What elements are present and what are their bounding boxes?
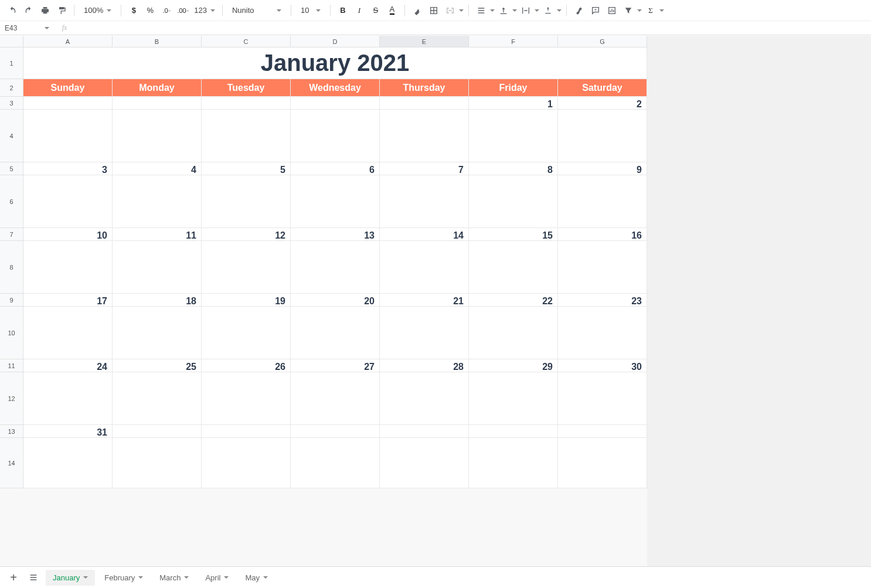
column-header[interactable]: E [380,36,469,47]
calendar-content-cell[interactable] [23,307,113,359]
sheet-tab[interactable]: March [152,570,196,586]
fill-color-icon[interactable] [410,3,425,18]
date-cell[interactable]: 26 [202,359,291,372]
calendar-content-cell[interactable] [469,307,558,359]
date-cell[interactable]: 21 [380,294,469,307]
calendar-content-cell[interactable] [380,307,469,359]
more-formats-dropdown[interactable]: 123 [192,3,217,18]
row-header[interactable]: 6 [0,175,23,228]
row-header[interactable]: 8 [0,241,23,294]
decrease-decimal-icon[interactable]: .0_ [159,3,174,18]
row-header[interactable]: 7 [0,228,23,241]
date-cell[interactable] [113,97,202,110]
italic-icon[interactable]: I [352,3,367,18]
calendar-content-cell[interactable] [23,372,113,425]
date-cell[interactable]: 10 [23,228,113,241]
column-header[interactable]: B [113,36,202,47]
calendar-content-cell[interactable] [23,241,113,294]
increase-decimal-icon[interactable]: .00_ [175,3,190,18]
filter-dropdown[interactable] [621,3,642,18]
insert-chart-icon[interactable] [604,3,620,18]
row-header[interactable]: 3 [0,97,23,110]
sheet-tab[interactable]: January [46,570,95,586]
row-header[interactable]: 1 [0,47,23,79]
date-cell[interactable]: 4 [113,162,202,175]
date-cell[interactable]: 5 [202,162,291,175]
day-header-cell[interactable]: Wednesday [291,79,380,97]
calendar-content-cell[interactable] [291,110,380,162]
insert-link-icon[interactable] [571,3,587,18]
date-cell[interactable]: 19 [202,294,291,307]
calendar-content-cell[interactable] [380,175,469,228]
text-color-icon[interactable]: A [385,3,400,18]
date-cell[interactable]: 30 [558,359,647,372]
date-cell[interactable] [469,425,558,438]
date-cell[interactable] [380,425,469,438]
redo-icon[interactable] [21,3,36,18]
calendar-content-cell[interactable] [23,110,113,162]
calendar-content-cell[interactable] [380,110,469,162]
day-header-cell[interactable]: Sunday [23,79,113,97]
calendar-content-cell[interactable] [380,241,469,294]
functions-dropdown[interactable]: Σ [643,3,664,18]
calendar-content-cell[interactable] [558,372,647,425]
merge-cells-dropdown[interactable] [443,3,464,18]
zoom-dropdown[interactable]: 100% [79,3,116,18]
column-header[interactable]: D [291,36,380,47]
column-header[interactable]: F [469,36,558,47]
calendar-title[interactable]: January 2021 [23,47,647,79]
row-header[interactable]: 5 [0,162,23,175]
calendar-content-cell[interactable] [23,175,113,228]
format-percent-icon[interactable]: % [142,3,158,18]
print-icon[interactable] [38,3,53,18]
column-header[interactable]: A [23,36,113,47]
row-header[interactable]: 13 [0,425,23,438]
date-cell[interactable]: 6 [291,162,380,175]
borders-icon[interactable] [426,3,441,18]
calendar-content-cell[interactable] [380,372,469,425]
calendar-content-cell[interactable] [558,241,647,294]
strikethrough-icon[interactable]: S [368,3,383,18]
calendar-content-cell[interactable] [23,438,113,488]
date-cell[interactable]: 31 [23,425,113,438]
calendar-content-cell[interactable] [291,241,380,294]
name-box[interactable]: E43 [0,24,53,32]
date-cell[interactable]: 23 [558,294,647,307]
date-cell[interactable] [23,97,113,110]
date-cell[interactable]: 12 [202,228,291,241]
date-cell[interactable] [202,97,291,110]
format-currency-icon[interactable]: $ [126,3,141,18]
sheet-tab[interactable]: May [238,570,275,586]
date-cell[interactable]: 13 [291,228,380,241]
date-cell[interactable]: 7 [380,162,469,175]
calendar-content-cell[interactable] [202,175,291,228]
select-all-corner[interactable] [0,36,23,47]
date-cell[interactable]: 20 [291,294,380,307]
date-cell[interactable] [380,97,469,110]
date-cell[interactable]: 16 [558,228,647,241]
calendar-content-cell[interactable] [558,175,647,228]
v-align-dropdown[interactable] [496,3,517,18]
row-header[interactable]: 12 [0,372,23,425]
calendar-content-cell[interactable] [202,241,291,294]
day-header-cell[interactable]: Thursday [380,79,469,97]
row-header[interactable]: 4 [0,110,23,162]
calendar-content-cell[interactable] [291,307,380,359]
date-cell[interactable] [202,425,291,438]
wrap-dropdown[interactable] [518,3,539,18]
all-sheets-icon[interactable] [26,570,41,585]
paint-format-icon[interactable] [54,3,69,18]
calendar-content-cell[interactable] [113,438,202,488]
calendar-content-cell[interactable] [202,110,291,162]
day-header-cell[interactable]: Friday [469,79,558,97]
date-cell[interactable]: 17 [23,294,113,307]
calendar-content-cell[interactable] [469,372,558,425]
insert-comment-icon[interactable] [588,3,603,18]
h-align-dropdown[interactable] [474,3,495,18]
calendar-content-cell[interactable] [380,438,469,488]
calendar-content-cell[interactable] [291,175,380,228]
row-header[interactable]: 2 [0,79,23,97]
date-cell[interactable] [291,97,380,110]
date-cell[interactable]: 27 [291,359,380,372]
calendar-content-cell[interactable] [113,241,202,294]
